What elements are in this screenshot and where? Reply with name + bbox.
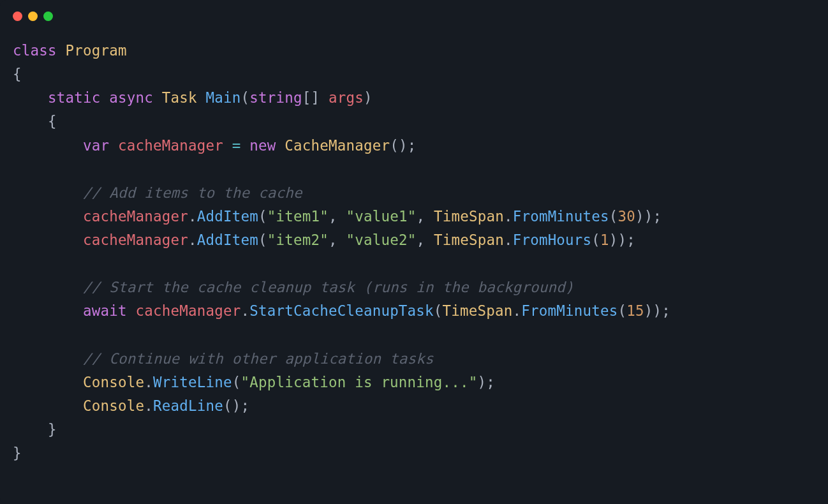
identifier: cacheManager — [83, 208, 188, 225]
dot: . — [188, 208, 197, 225]
identifier: cacheManager — [83, 232, 188, 248]
close-icon[interactable] — [13, 11, 22, 21]
window-titlebar — [0, 0, 828, 27]
string: "item1" — [267, 208, 329, 225]
keyword: async — [109, 89, 153, 106]
code-line: cacheManager.AddItem("item1", "value1", … — [13, 208, 662, 225]
method: FromMinutes — [521, 302, 617, 319]
method: FromHours — [513, 232, 592, 248]
type: TimeSpan — [443, 302, 513, 319]
comma: , — [416, 232, 434, 248]
comma: , — [329, 232, 346, 248]
parens: (); — [390, 137, 416, 154]
code-line: // Add items to the cache — [13, 184, 302, 201]
keyword: static — [48, 89, 100, 106]
paren: ( — [258, 232, 267, 248]
dot: . — [144, 374, 153, 390]
code-line: } — [13, 445, 22, 461]
method: StartCacheCleanupTask — [249, 302, 434, 319]
code-line: await cacheManager.StartCacheCleanupTask… — [13, 302, 670, 319]
minimize-icon[interactable] — [28, 11, 38, 21]
dot: . — [240, 302, 249, 319]
brace: { — [13, 66, 22, 82]
method: Main — [205, 89, 240, 106]
code-line: Console.WriteLine("Application is runnin… — [13, 374, 495, 390]
type: TimeSpan — [434, 208, 504, 225]
paren: ( — [618, 302, 627, 319]
keyword: var — [83, 137, 109, 154]
paren: ( — [258, 208, 267, 225]
string: "value1" — [346, 208, 416, 225]
number: 15 — [626, 302, 644, 319]
code-line: var cacheManager = new CacheManager(); — [13, 137, 416, 154]
code-line: Console.ReadLine(); — [13, 397, 249, 414]
paren: ( — [591, 232, 600, 248]
operator: = — [232, 137, 241, 154]
type: string — [249, 89, 302, 106]
keyword: class — [13, 42, 57, 59]
code-line: { — [13, 66, 22, 82]
dot: . — [513, 302, 522, 319]
code-line: } — [13, 421, 57, 438]
string: "Application is running..." — [240, 374, 477, 390]
type: TimeSpan — [434, 232, 504, 248]
string: "item2" — [267, 232, 329, 248]
paren: ( — [232, 374, 241, 390]
class-name: CacheManager — [285, 137, 390, 154]
paren: )); — [609, 232, 635, 248]
type: Task — [162, 89, 197, 106]
brace: } — [13, 445, 22, 461]
comma: , — [416, 208, 434, 225]
paren: )); — [635, 208, 662, 225]
code-line: cacheManager.AddItem("item2", "value2", … — [13, 232, 635, 248]
method: ReadLine — [153, 397, 223, 414]
code-line: // Start the cache cleanup task (runs in… — [13, 279, 574, 295]
maximize-icon[interactable] — [43, 11, 53, 21]
code-window: class Program { static async Task Main(s… — [0, 0, 828, 504]
comment: // Continue with other application tasks — [83, 350, 434, 367]
code-line: static async Task Main(string[] args) — [13, 89, 373, 106]
code-editor[interactable]: class Program { static async Task Main(s… — [0, 27, 828, 478]
dot: . — [504, 232, 513, 248]
type: Console — [83, 374, 144, 390]
identifier: args — [329, 89, 364, 106]
dot: . — [504, 208, 513, 225]
keyword: await — [83, 302, 127, 319]
method: AddItem — [197, 232, 258, 248]
comment: // Start the cache cleanup task (runs in… — [83, 279, 574, 295]
brackets: [] — [302, 89, 320, 106]
paren: ( — [240, 89, 249, 106]
number: 30 — [618, 208, 636, 225]
code-line: class Program — [13, 42, 127, 59]
paren: )); — [644, 302, 670, 319]
method: AddItem — [197, 208, 258, 225]
paren: ( — [434, 302, 443, 319]
paren: ( — [609, 208, 618, 225]
paren: ); — [478, 374, 496, 390]
dot: . — [144, 397, 153, 414]
method: WriteLine — [153, 374, 232, 390]
code-line: { — [13, 113, 57, 130]
method: FromMinutes — [513, 208, 609, 225]
identifier: cacheManager — [135, 302, 240, 319]
brace: } — [48, 421, 57, 438]
dot: . — [188, 232, 197, 248]
brace: { — [48, 113, 57, 130]
type: Console — [83, 397, 144, 414]
number: 1 — [600, 232, 609, 248]
paren: ) — [364, 89, 373, 106]
parens: (); — [223, 397, 249, 414]
identifier: cacheManager — [118, 137, 223, 154]
class-name: Program — [65, 42, 126, 59]
code-line: // Continue with other application tasks — [13, 350, 434, 367]
comma: , — [329, 208, 346, 225]
string: "value2" — [346, 232, 416, 248]
keyword: new — [249, 137, 276, 154]
comment: // Add items to the cache — [83, 184, 302, 201]
